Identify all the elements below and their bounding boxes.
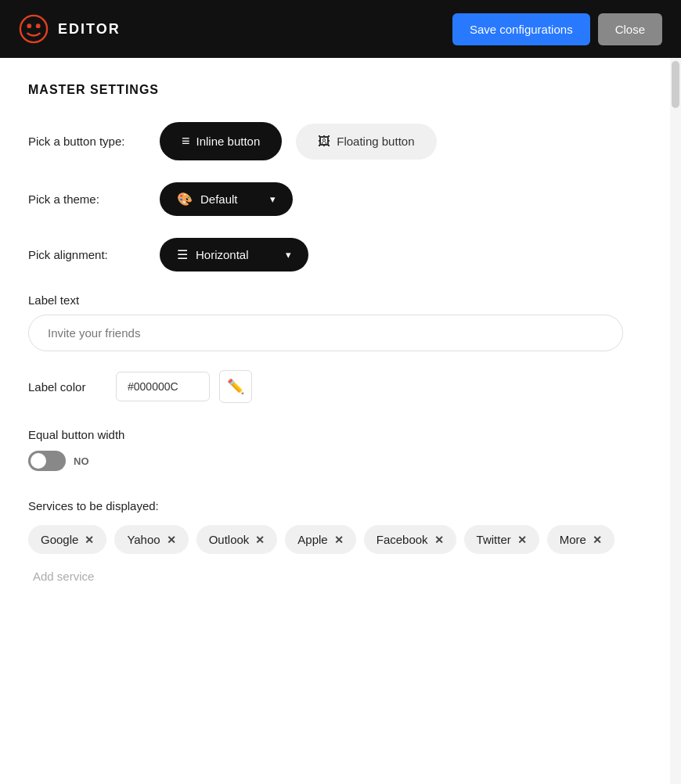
chip-yahoo-remove[interactable]: ✕	[167, 534, 176, 546]
equal-button-width-label: Equal button width	[28, 428, 653, 441]
floating-icon: 🖼	[318, 135, 330, 149]
svg-point-0	[20, 16, 47, 42]
floating-button-label: Floating button	[337, 135, 414, 148]
chip-outlook-remove[interactable]: ✕	[255, 534, 265, 546]
label-text-input[interactable]	[28, 315, 623, 351]
alignment-dropdown[interactable]: ☰ Horizontal ▾	[160, 238, 308, 272]
chip-yahoo-label: Yahoo	[127, 533, 160, 546]
chip-google-remove[interactable]: ✕	[85, 534, 94, 546]
chip-outlook-label: Outlook	[209, 533, 250, 546]
label-color-heading: Label color	[28, 380, 106, 394]
inline-button-label: Inline button	[196, 135, 261, 148]
logo-icon	[19, 14, 49, 44]
services-label: Services to be displayed:	[28, 499, 653, 512]
chip-more[interactable]: More ✕	[547, 525, 614, 554]
theme-label: Pick a theme:	[28, 192, 146, 206]
theme-value: Default	[200, 192, 238, 206]
chip-facebook-remove[interactable]: ✕	[434, 534, 444, 546]
chip-facebook[interactable]: Facebook ✕	[364, 525, 456, 554]
chip-outlook[interactable]: Outlook ✕	[196, 525, 278, 554]
section-title: MASTER SETTINGS	[28, 83, 653, 97]
toggle-no-label: NO	[74, 455, 89, 467]
scrollbar[interactable]	[670, 58, 681, 784]
chip-facebook-label: Facebook	[377, 533, 428, 546]
theme-palette-icon: 🎨	[177, 192, 193, 207]
eyedropper-icon: ✏️	[227, 378, 244, 395]
alignment-value: Horizontal	[196, 248, 249, 261]
theme-dropdown[interactable]: 🎨 Default ▾	[160, 182, 293, 216]
app-title: EDITOR	[58, 21, 121, 38]
eyedropper-button[interactable]: ✏️	[219, 370, 252, 403]
theme-row: Pick a theme: 🎨 Default ▾	[28, 182, 653, 216]
close-button[interactable]: Close	[598, 13, 662, 45]
svg-point-1	[27, 23, 31, 28]
chip-apple[interactable]: Apple ✕	[285, 525, 355, 554]
chip-more-remove[interactable]: ✕	[593, 534, 602, 546]
toggle-row: NO	[28, 451, 653, 471]
main-content: MASTER SETTINGS Pick a button type: ≡ In…	[0, 58, 681, 784]
button-type-label: Pick a button type:	[28, 135, 146, 148]
inline-button-option[interactable]: ≡ Inline button	[160, 122, 282, 160]
alignment-label: Pick alignment:	[28, 248, 146, 261]
equal-button-width-section: Equal button width NO	[28, 428, 653, 471]
chip-apple-remove[interactable]: ✕	[334, 534, 344, 546]
chip-apple-label: Apple	[297, 533, 327, 546]
label-color-input[interactable]	[116, 372, 210, 401]
chip-twitter-label: Twitter	[477, 533, 511, 546]
chip-yahoo[interactable]: Yahoo ✕	[114, 525, 188, 554]
alignment-row: Pick alignment: ☰ Horizontal ▾	[28, 238, 653, 272]
equal-width-toggle[interactable]	[28, 451, 66, 471]
floating-button-option[interactable]: 🖼 Floating button	[296, 124, 436, 160]
svg-point-2	[36, 23, 41, 28]
inline-icon: ≡	[182, 133, 190, 149]
services-chips: Google ✕ Yahoo ✕ Outlook ✕ Apple ✕ Faceb…	[28, 525, 653, 591]
chip-twitter-remove[interactable]: ✕	[517, 534, 527, 546]
label-text-heading: Label text	[28, 293, 653, 307]
save-configurations-button[interactable]: Save configurations	[452, 13, 590, 45]
alignment-chevron-icon: ▾	[286, 249, 291, 261]
chip-google-label: Google	[41, 533, 78, 546]
scrollbar-thumb	[672, 61, 679, 108]
topbar-actions: Save configurations Close	[452, 13, 662, 45]
alignment-icon: ☰	[177, 247, 188, 262]
theme-chevron-icon: ▾	[270, 193, 276, 205]
add-service-button[interactable]: Add service	[28, 562, 99, 591]
label-color-section: Label color ✏️	[28, 370, 653, 403]
chip-google[interactable]: Google ✕	[28, 525, 106, 554]
chip-twitter[interactable]: Twitter ✕	[464, 525, 539, 554]
topbar-left: EDITOR	[19, 14, 121, 44]
topbar: EDITOR Save configurations Close	[0, 0, 681, 58]
services-section: Services to be displayed: Google ✕ Yahoo…	[28, 499, 653, 591]
button-type-row: Pick a button type: ≡ Inline button 🖼 Fl…	[28, 122, 653, 160]
label-text-section: Label text	[28, 293, 653, 351]
chip-more-label: More	[560, 533, 586, 546]
